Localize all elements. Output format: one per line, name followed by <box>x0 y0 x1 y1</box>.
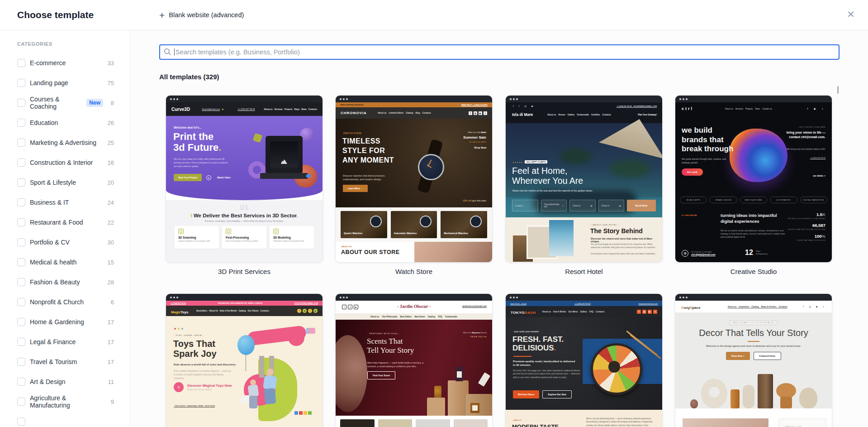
template-thumbnail-magictoys[interactable]: +1 (234) 567 89 90 SHOWROOM: 5256 KENMON… <box>166 293 323 427</box>
preview-hero: - PERFUMES WITH SOUL - Scents That Tell … <box>336 320 492 416</box>
sidebar-item-restaurant-food[interactable]: Restaurant & Food22 <box>0 212 130 232</box>
template-name[interactable]: Resort Hotel <box>505 268 663 275</box>
book-now-button: Book Now <box>627 200 656 211</box>
sushi-platter-graphic <box>591 343 642 395</box>
sidebar-item-fashion-beauty[interactable]: Fashion & Beauty28 <box>0 272 130 292</box>
template-thumbnail-tokyodash[interactable]: Open 8 am - 10 pm +1 (234) 567 89 00 tok… <box>505 293 663 427</box>
template-card-resort-hotel: f t ◎ ▶ +1 (234) 567 89 90 ISLADIMARE@EM… <box>505 95 663 275</box>
sidebar-item-portfolio-cv[interactable]: Portfolio & CV30 <box>0 232 130 252</box>
category-checkbox[interactable] <box>17 378 25 386</box>
category-checkbox[interactable] <box>17 298 25 306</box>
preview-cta: Find Your Scent <box>367 371 395 379</box>
category-count: 17 <box>107 339 114 345</box>
blank-website-button[interactable]: + Blank website (advanced) <box>159 0 244 30</box>
category-checkbox[interactable] <box>17 119 25 127</box>
preview-cta: Learn More → <box>343 185 368 192</box>
site-preview: ctrl About us Services Projects Team Con… <box>675 102 832 262</box>
category-count: 8 <box>107 100 114 106</box>
category-checkbox[interactable] <box>17 99 25 107</box>
browser-chrome <box>506 294 662 301</box>
preview-hero: //WATCH STORE TIMELESS STYLE FOR ANY MOM… <box>336 119 492 207</box>
process-icon <box>226 229 231 234</box>
template-thumbnail-jardin-obscur[interactable]: f◎▶ - Jardin Obscur - jardinobscur@email… <box>335 293 493 427</box>
sale-promo: Meet our new items Summer Sale 10 AUG-20… <box>463 131 486 149</box>
preview-cta: Shop Now + <box>726 352 750 360</box>
category-count: 9 <box>107 398 114 405</box>
stats-column: 1.5K PROJECTS SUCCESSFULLY DELIVERED 66,… <box>782 212 825 245</box>
preview-navbar: CHRONOVIA About us Limited Edition Catal… <box>336 107 492 119</box>
template-card-tokyodash: Open 8 am - 10 pm +1 (234) 567 89 00 tok… <box>505 293 663 427</box>
category-checkbox[interactable] <box>17 59 25 67</box>
category-checkbox[interactable] <box>17 358 25 366</box>
preview-about-section: - about us - MODERN TASTE We're not just… <box>506 410 662 427</box>
sidebar-item-nonprofit-church[interactable]: Nonprofit & Church6 <box>0 292 130 312</box>
site-preview: Curve3D 3d.print@email.com +1 (234) 567 … <box>166 102 323 262</box>
category-checkbox[interactable] <box>17 338 25 346</box>
sidebar-item-legal-finance[interactable]: Legal & Finance17 <box>0 332 130 352</box>
template-name[interactable]: Creative Studio <box>675 268 832 275</box>
sidebar-item-art-design[interactable]: Art & Design11 <box>0 372 130 392</box>
preview-topbar: FREE SHIPPING FROM $50NEED HELP: +1 (800… <box>336 102 492 107</box>
perfume-bottle <box>478 372 491 387</box>
search-icon <box>164 48 171 56</box>
preview-hero: - PLAY. LEARN. GROW - Toys That Spark Jo… <box>166 316 323 427</box>
category-checkbox[interactable] <box>17 238 25 246</box>
sidebar-item-education[interactable]: Education26 <box>0 113 130 133</box>
sidebar-item-travel-tourism[interactable]: Travel & Tourism17 <box>0 352 130 372</box>
category-checkbox[interactable] <box>17 278 25 286</box>
template-thumbnail-3d-print-services[interactable]: Curve3D 3d.print@email.com +1 (234) 567 … <box>166 95 323 263</box>
category-checkbox[interactable] <box>17 178 25 187</box>
category-checkbox[interactable] <box>17 218 25 226</box>
template-thumbnail-creative-studio[interactable]: ctrl About us Services Projects Team Con… <box>675 95 832 263</box>
category-checkbox[interactable] <box>17 198 25 206</box>
category-checkbox[interactable] <box>17 79 25 87</box>
sidebar-item-business-it[interactable]: Business & IT24 <box>0 192 130 212</box>
site-preview: f◎▶ - Jardin Obscur - jardinobscur@email… <box>336 301 492 427</box>
category-checkbox[interactable] <box>17 318 25 326</box>
template-thumbnail-watch-store[interactable]: FREE SHIPPING FROM $50NEED HELP: +1 (800… <box>335 95 493 263</box>
site-preview: CozySpace About us Inspiration Catalog N… <box>675 301 832 427</box>
portrait-graphic <box>336 335 367 412</box>
search-input[interactable] <box>159 44 840 60</box>
category-checkbox[interactable] <box>17 139 25 147</box>
close-icon[interactable]: ✕ <box>843 6 859 23</box>
site-preview: f t ◎ ▶ +1 (234) 567 89 90 ISLADIMARE@EM… <box>506 102 662 262</box>
preview-topbar: +1 (234) 567 89 90 SHOWROOM: 5256 KENMON… <box>166 301 323 306</box>
category-checkbox[interactable] <box>17 158 25 167</box>
sidebar-item-sport-lifestyle[interactable]: Sport & Lifestyle20 <box>0 173 130 192</box>
browser-chrome <box>166 96 323 102</box>
preview-hero: Welcome and let's... Print the 3d Future… <box>166 116 323 200</box>
preview-about-section: //ABOUT US ABOUT OUR STORE <box>336 242 492 262</box>
sidebar-item-home-gardening[interactable]: Home & Gardening17 <box>0 312 130 332</box>
template-name[interactable]: Watch Store <box>335 268 493 275</box>
sidebar-item-ecommerce[interactable]: E-commerce33 <box>0 53 130 73</box>
sidebar-item-marketing-advertising[interactable]: Marketing & Advertising25 <box>0 133 130 153</box>
social-icons: f ◎ ▶ t <box>803 305 826 308</box>
model-icon <box>273 229 279 234</box>
sidebar-item-agriculture-manufacturing[interactable]: Agriculture & Manufacturing9 <box>0 392 130 412</box>
category-checkbox[interactable] <box>17 417 25 426</box>
sidebar-item-partial[interactable] <box>0 412 130 427</box>
browser-chrome <box>336 294 492 301</box>
sidebar-item-courses-coaching[interactable]: Courses & CoachingNew8 <box>0 93 130 113</box>
social-icons: f◎▶t <box>637 310 657 314</box>
site-preview: FREE SHIPPING FROM $50NEED HELP: +1 (800… <box>336 102 492 262</box>
template-name[interactable]: 3D Print Services <box>166 268 323 275</box>
preview-topbar: Open 8 am - 10 pm +1 (234) 567 89 00 tok… <box>506 301 662 306</box>
preview-hero: - your sushi, your moment - FRESH. FAST.… <box>506 317 662 410</box>
category-checkbox[interactable] <box>17 258 25 266</box>
sidebar-item-landing-page[interactable]: Landing page75 <box>0 73 130 93</box>
sidebar-item-construction-interior[interactable]: Construction & Interior16 <box>0 153 130 173</box>
booking-bar: Location Type placeholder text▾ Check in… <box>512 200 656 211</box>
template-card-3d-print-services: Curve3D 3d.print@email.com +1 (234) 567 … <box>166 95 323 275</box>
category-checkbox[interactable] <box>17 398 25 406</box>
template-thumbnail-cozyspace[interactable]: CozySpace About us Inspiration Catalog N… <box>675 293 832 427</box>
template-thumbnail-resort-hotel[interactable]: f t ◎ ▶ +1 (234) 567 89 90 ISLADIMARE@EM… <box>505 95 663 263</box>
model-photo <box>414 242 492 262</box>
preview-cta: ☺ Discover Magical Toys NowBrowse the fu… <box>174 382 232 392</box>
sidebar-item-medical-health[interactable]: Medical & health15 <box>0 252 130 272</box>
categories-list: E-commerce33 Landing page75 Courses & Co… <box>0 53 130 427</box>
site-preview: +1 (234) 567 89 90 SHOWROOM: 5256 KENMON… <box>166 301 323 427</box>
scrollbar-thumb[interactable] <box>837 86 839 94</box>
template-card-watch-store: FREE SHIPPING FROM $50NEED HELP: +1 (800… <box>335 95 493 275</box>
